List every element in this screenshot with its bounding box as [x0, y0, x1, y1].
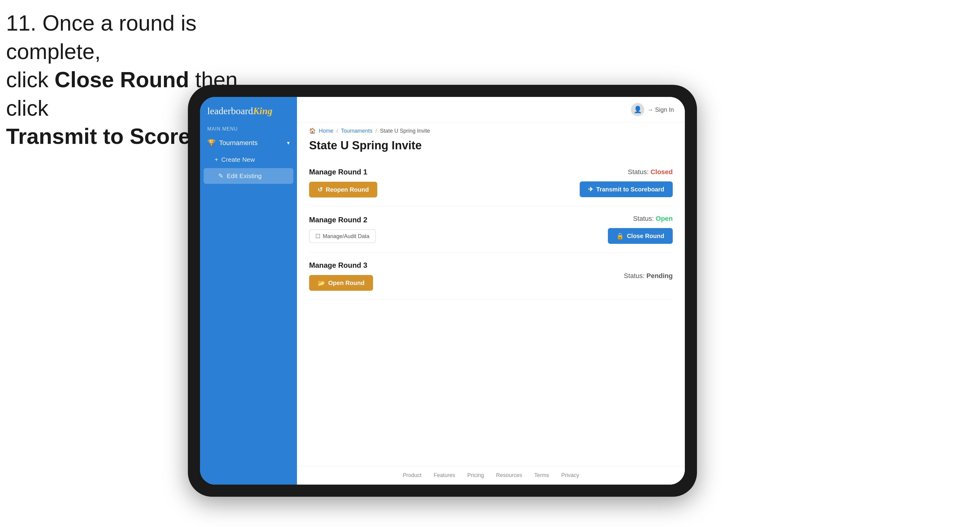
round-2-title: Manage Round 2 [309, 216, 376, 224]
reopen-round-button[interactable]: ↺ Reopen Round [309, 182, 377, 197]
close-round-label: Close Round [627, 233, 664, 240]
footer-pricing[interactable]: Pricing [467, 472, 484, 479]
breadcrumb-sep1: / [336, 128, 338, 134]
breadcrumb-current: State U Spring Invite [380, 128, 430, 134]
instruction-line1: 11. Once a round is complete, [6, 11, 196, 63]
refresh-icon: ↺ [318, 186, 323, 193]
sidebar-tournaments-label: Tournaments [219, 139, 258, 147]
edit-existing-label: Edit Existing [227, 172, 262, 179]
transmit-to-scoreboard-button[interactable]: ✈ Transmit to Scoreboard [580, 181, 673, 197]
reopen-round-label: Reopen Round [326, 186, 369, 193]
doc-icon: ☐ [315, 233, 320, 240]
open-round-button[interactable]: 📂 Open Round [309, 275, 373, 291]
main-menu-label: MAIN MENU [200, 123, 297, 134]
round-3-right: Status: Pending [624, 272, 673, 280]
round-2-status: Status: Open [633, 215, 673, 222]
round-3-status: Status: Pending [624, 272, 673, 280]
round-2-left: Manage Round 2 ☐ Manage/Audit Data [309, 216, 376, 243]
breadcrumb-tournaments[interactable]: Tournaments [341, 128, 372, 134]
round-1-left: Manage Round 1 ↺ Reopen Round [309, 168, 377, 197]
chevron-down-icon: ▾ [287, 140, 290, 146]
rounds-container: Manage Round 1 ↺ Reopen Round Status: Cl… [297, 159, 685, 466]
logo-king: King [253, 105, 272, 116]
app-layout: leaderboardKing MAIN MENU 🏆 Tournaments … [200, 97, 685, 484]
breadcrumb-sep2: / [375, 128, 377, 134]
create-new-label: Create New [221, 156, 255, 163]
footer-terms[interactable]: Terms [534, 472, 549, 479]
instruction-close-round: Close Round [54, 68, 189, 92]
instruction-line2-prefix: click [6, 68, 54, 92]
folder-icon: 📂 [318, 279, 325, 287]
edit-icon: ✎ [218, 172, 224, 179]
tablet-screen: leaderboardKing MAIN MENU 🏆 Tournaments … [200, 97, 685, 484]
sidebar: leaderboardKing MAIN MENU 🏆 Tournaments … [200, 97, 297, 484]
plus-icon: + [215, 156, 218, 163]
transmit-label: Transmit to Scoreboard [597, 186, 665, 193]
footer-resources[interactable]: Resources [496, 472, 522, 479]
open-round-label: Open Round [328, 279, 364, 287]
logo: leaderboardKing [207, 105, 290, 117]
footer-product[interactable]: Product [403, 472, 422, 479]
trophy-icon: 🏆 [207, 139, 215, 147]
footer-features[interactable]: Features [434, 472, 455, 479]
home-icon: 🏠 [309, 127, 316, 134]
lock-icon: 🔒 [616, 232, 624, 240]
tablet-device: leaderboardKing MAIN MENU 🏆 Tournaments … [188, 85, 697, 497]
sidebar-edit-existing[interactable]: ✎ Edit Existing [204, 168, 293, 184]
manage-audit-label: Manage/Audit Data [323, 233, 369, 240]
logo-area: leaderboardKing [200, 97, 297, 123]
round-1-title: Manage Round 1 [309, 168, 377, 176]
app-footer: Product Features Pricing Resources Terms… [297, 466, 685, 484]
sidebar-create-new[interactable]: + Create New [200, 152, 297, 167]
round-1-status: Status: Closed [628, 168, 673, 176]
main-content: 👤 → Sign In 🏠 Home / Tournaments / State… [297, 97, 685, 484]
top-bar: 👤 → Sign In [297, 97, 685, 123]
avatar: 👤 [631, 103, 644, 116]
round-3-status-value: Pending [646, 272, 673, 279]
sign-in-label: → Sign In [647, 106, 674, 113]
send-icon: ✈ [588, 186, 593, 193]
page-header: State U Spring Invite [297, 137, 685, 159]
round-1-right: Status: Closed ✈ Transmit to Scoreboard [580, 168, 673, 197]
close-round-button[interactable]: 🔒 Close Round [608, 228, 673, 244]
round-2-right: Status: Open 🔒 Close Round [608, 215, 673, 244]
breadcrumb-home[interactable]: Home [319, 128, 333, 134]
manage-audit-data-button[interactable]: ☐ Manage/Audit Data [309, 230, 376, 243]
round-2-row: Manage Round 2 ☐ Manage/Audit Data Statu… [309, 206, 673, 252]
round-1-status-value: Closed [651, 168, 673, 176]
round-3-row: Manage Round 3 📂 Open Round Status: Pend… [309, 252, 673, 300]
logo-leaderboard: leaderboard [207, 105, 253, 116]
sidebar-item-tournaments[interactable]: 🏆 Tournaments ▾ [200, 134, 297, 152]
sign-in-area[interactable]: 👤 → Sign In [631, 103, 674, 116]
round-1-row: Manage Round 1 ↺ Reopen Round Status: Cl… [309, 159, 673, 206]
page-title: State U Spring Invite [309, 139, 673, 152]
breadcrumb: 🏠 Home / Tournaments / State U Spring In… [297, 123, 685, 137]
round-3-left: Manage Round 3 📂 Open Round [309, 261, 373, 291]
footer-privacy[interactable]: Privacy [561, 472, 579, 479]
round-3-title: Manage Round 3 [309, 261, 373, 270]
round-2-status-value: Open [656, 215, 673, 222]
